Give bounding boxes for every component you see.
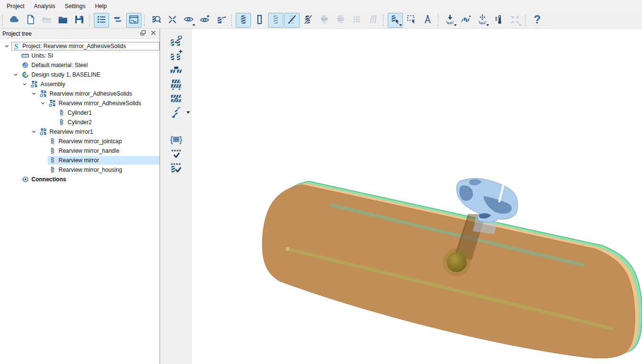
rotate-part-button[interactable] [213,13,229,28]
project-tree-list-button[interactable] [94,13,109,28]
menu-analysis[interactable]: Analysis [29,0,60,12]
tree-item-rearview-mirror-adhesivesolids[interactable]: Rearview mirror_AdhesiveSolids [0,89,160,98]
chevron-down-icon[interactable] [31,129,37,135]
tree-item-cylinder1[interactable]: Cylinder1 [0,108,160,118]
tree-item-label: Rearview mirror_jointcap [59,138,122,145]
show-all-eye-button[interactable] [197,13,212,28]
tree-item-default-material-steel[interactable]: Default material: Steel [0,60,160,70]
mask-part-button [317,13,332,28]
dropdown-caret-icon [399,24,402,26]
tree-item-label: Rearview mirror_AdhesiveSolids [59,100,141,107]
pick-part-button[interactable] [388,13,403,28]
displacement-button[interactable] [475,13,490,28]
new-document-icon [25,14,36,27]
tree-item-cylinder2[interactable]: Cylinder2 [0,118,160,127]
tree-item-connections[interactable]: Connections [0,175,160,184]
main-area: Project tree SProject: Rearview mirror_A… [0,29,642,364]
tree-item-design-study-1-baseline[interactable]: Design study 1, BASELINE [0,70,160,79]
apply-load-button[interactable] [442,13,458,28]
viewport-3d[interactable] [192,29,642,364]
svg-text:?: ? [534,13,541,26]
springs-icon: {} [170,133,182,147]
hide-part-button[interactable] [301,13,316,28]
project-tree-panel: Project tree SProject: Rearview mirror_A… [0,29,160,364]
help-button[interactable]: ? [530,13,545,28]
grid-icon [351,14,362,27]
measure-button[interactable] [420,13,435,28]
shaded-edges-part-icon [270,14,281,27]
tree-item-rearview-mirror-jointcap[interactable]: Rearview mirror_jointcap [0,137,160,146]
chevron-down-icon[interactable] [22,81,28,87]
shaded-part-button[interactable] [236,13,251,28]
main-toolbar: ? [0,12,642,29]
chevron-down-icon[interactable] [40,100,46,106]
folder-button[interactable] [55,13,70,28]
shaded-edges-part-button[interactable] [268,13,283,28]
chevron-down-icon[interactable] [13,72,19,78]
flag-result-button[interactable] [459,13,474,28]
grid-button [349,13,364,28]
close-panel-button[interactable] [148,30,159,38]
chevron-down-icon[interactable] [4,43,10,49]
connect-parts-icon [170,106,182,120]
outline-part-button[interactable] [252,13,267,28]
replace-parts-button[interactable] [168,34,185,49]
model-window-icon [128,14,140,27]
tree-item-project-rearview-mirror-adhesivesolids[interactable]: SProject: Rearview mirror_AdhesiveSolids [0,41,160,51]
fit-view-button [507,13,522,28]
adhesive-layers-button[interactable] [168,91,185,106]
review-connections-icon [170,148,182,161]
menu-project[interactable]: Project [2,0,29,12]
assembly-icon [49,99,56,107]
model-window-button[interactable] [126,13,141,28]
tree-item-label: Rearview mirror_housing [59,167,122,173]
toolbar-group-view [148,13,229,28]
box-select-button[interactable] [404,13,419,28]
tree-item-rearview-mirror-adhesivesolids[interactable]: Rearview mirror_AdhesiveSolids [0,98,160,108]
tree-item-assembly[interactable]: Assembly [0,79,160,89]
transparent-part-button[interactable] [284,13,300,28]
rotate-part-icon [215,14,227,27]
comments-button[interactable] [110,13,125,28]
review-connections-button[interactable] [168,147,185,161]
zoom-part-button[interactable] [149,13,164,28]
cloud-button[interactable] [7,13,22,28]
springs-button[interactable]: {} [168,133,185,147]
review-part-connections-button[interactable] [168,161,185,176]
chevron-down-icon[interactable] [31,91,37,97]
float-icon [140,30,146,38]
open-folder-icon [41,14,52,27]
tree-item-rearview-mirror-housing[interactable]: Rearview mirror_housing [0,165,160,175]
menu-settings[interactable]: Settings [60,0,90,12]
new-document-button[interactable] [23,13,38,28]
add-parts-button[interactable] [168,49,185,63]
menu-help[interactable]: Help [90,0,111,12]
connections-icon [21,176,29,183]
seam-weld-button[interactable] [168,63,185,77]
ball-joint[interactable] [447,252,467,272]
mask-part-icon [319,14,330,27]
tree-item-rearview-mirror-handle[interactable]: Rearview mirror_handle [0,146,160,156]
spot-weld-button[interactable] [168,77,185,91]
save-button[interactable] [71,13,87,28]
bolts-icon [367,14,379,27]
toolbar-drag-handle [2,15,5,26]
show-hide-eye-button[interactable] [181,13,196,28]
transparent-part-icon [286,14,298,27]
tree-item-rearview-mirror1[interactable]: Rearview mirror1 [0,127,160,137]
simsolid-logo-icon: S [12,42,20,50]
zoom-part-icon [150,14,162,27]
float-panel-button[interactable] [138,30,148,38]
connect-parts-button[interactable] [168,106,185,120]
tree-item-rearview-mirror[interactable]: Rearview mirror [0,156,160,165]
project-tree-list-icon [96,14,107,27]
spot-weld-icon [170,78,182,91]
units-ruler-icon [21,52,29,59]
separate-parts-button[interactable] [165,13,180,28]
separate-parts-icon [167,14,178,27]
toolbar-drag-handle [231,15,234,26]
shaded-part-icon [238,14,249,27]
thermal-button[interactable] [491,13,506,28]
tree-item-units-si[interactable]: Units: SI [0,51,160,60]
tree-item-label: Default material: Steel [31,62,88,69]
